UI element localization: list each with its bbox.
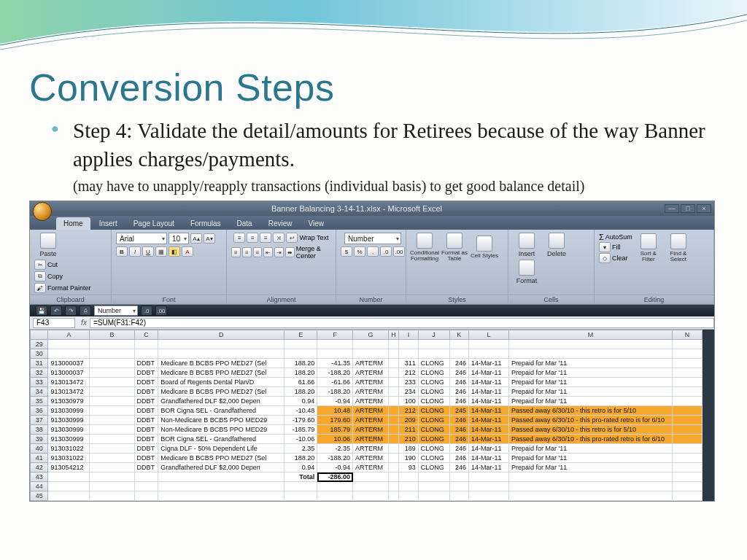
cell-M29[interactable]: [508, 340, 672, 349]
cell-K36[interactable]: 245: [449, 406, 468, 416]
align-bottom-button[interactable]: ≡: [260, 233, 271, 243]
cell-D31[interactable]: Medicare B BCBS PPO MED27 (Sel: [158, 359, 285, 368]
cell-I37[interactable]: 209: [399, 416, 418, 425]
fill-button[interactable]: ▾Fill: [599, 242, 632, 252]
align-middle-button[interactable]: ≡: [247, 233, 258, 243]
qat-save-icon[interactable]: 💾: [36, 306, 47, 316]
cell-N39[interactable]: [673, 435, 703, 444]
cell-L38[interactable]: 14-Mar-11: [468, 425, 508, 435]
cell-M39[interactable]: Passed away 6/30/10 - this pro-rated ret…: [508, 435, 672, 444]
cell-B31[interactable]: [90, 359, 134, 368]
cell-L43[interactable]: [468, 472, 508, 482]
cell-C30[interactable]: [134, 349, 158, 359]
cut-button[interactable]: ✂Cut: [34, 260, 91, 270]
cell-J41[interactable]: CLONG: [418, 454, 449, 463]
cell-A31[interactable]: 913000037: [48, 359, 90, 368]
cell-D29[interactable]: [158, 340, 285, 349]
cell-C41[interactable]: DDBT: [134, 454, 158, 463]
column-header-F[interactable]: F: [317, 330, 353, 340]
cell-B45[interactable]: [90, 491, 134, 501]
close-button[interactable]: ×: [697, 204, 711, 213]
paste-button[interactable]: Paste: [34, 233, 62, 257]
find-select-button[interactable]: Find & Select: [665, 233, 692, 262]
ribbon-tab-view[interactable]: View: [301, 217, 331, 230]
cell-E36[interactable]: -10.48: [285, 406, 317, 416]
cell-K39[interactable]: 246: [449, 435, 468, 444]
cell-G29[interactable]: [353, 340, 389, 349]
column-header-J[interactable]: J: [418, 330, 449, 340]
cell-N40[interactable]: [673, 444, 703, 454]
select-all-corner[interactable]: [31, 330, 48, 340]
cell-J30[interactable]: [418, 349, 449, 359]
cell-D37[interactable]: Non-Medicare B BCBS PPO MED29: [158, 416, 285, 425]
cell-K33[interactable]: 246: [449, 378, 468, 387]
cell-F29[interactable]: [317, 340, 353, 349]
cell-L31[interactable]: 14-Mar-11: [468, 359, 508, 368]
cell-E37[interactable]: -179.60: [285, 416, 317, 425]
cell-B36[interactable]: [90, 406, 134, 416]
underline-button[interactable]: U: [142, 246, 154, 257]
ribbon-tab-page-layout[interactable]: Page Layout: [126, 217, 182, 230]
cell-N32[interactable]: [673, 368, 703, 378]
cell-L40[interactable]: 14-Mar-11: [468, 444, 508, 454]
cell-M30[interactable]: [508, 349, 672, 359]
cell-M35[interactable]: Prepaid for Mar '11: [508, 397, 672, 406]
cell-B29[interactable]: [90, 340, 134, 349]
merge-center-button[interactable]: ⬌Merge & Center: [285, 245, 331, 260]
cell-C36[interactable]: DDBT: [134, 406, 158, 416]
minimize-button[interactable]: —: [665, 204, 679, 213]
cell-F37[interactable]: 179.60: [317, 416, 353, 425]
cell-F33[interactable]: -61.66: [317, 378, 353, 387]
row-header-37[interactable]: 37: [31, 416, 48, 425]
font-color-button[interactable]: A: [182, 246, 193, 257]
cell-B37[interactable]: [90, 416, 134, 425]
cell-I40[interactable]: 189: [399, 444, 418, 454]
cell-B39[interactable]: [90, 435, 134, 444]
cell-L41[interactable]: 14-Mar-11: [468, 454, 508, 463]
row-header-43[interactable]: 43: [31, 472, 48, 482]
cell-G41[interactable]: ARTERM: [353, 454, 389, 463]
cell-N31[interactable]: [673, 359, 703, 368]
cell-D35[interactable]: Grandfathered DLF $2,000 Depen: [158, 397, 285, 406]
cell-I45[interactable]: [399, 491, 418, 501]
align-center-button[interactable]: ≡: [242, 247, 252, 257]
cell-M31[interactable]: Prepaid for Mar '11: [508, 359, 672, 368]
cell-A42[interactable]: 913054212: [48, 463, 90, 472]
cell-G42[interactable]: ARTERM: [353, 463, 389, 472]
cell-D32[interactable]: Medicare B BCBS PPO MED27 (Sel: [158, 368, 285, 378]
border-button[interactable]: ▦: [155, 246, 167, 257]
row-header-40[interactable]: 40: [31, 444, 48, 454]
cell-L37[interactable]: 14-Mar-11: [468, 416, 508, 425]
cell-A30[interactable]: [48, 349, 90, 359]
cell-F42[interactable]: -0.94: [317, 463, 353, 472]
cell-F43[interactable]: -286.00: [317, 472, 353, 482]
cell-C38[interactable]: DDBT: [134, 425, 158, 435]
cell-E29[interactable]: [285, 340, 317, 349]
cell-N44[interactable]: [673, 482, 703, 491]
row-header-33[interactable]: 33: [31, 378, 48, 387]
cell-I30[interactable]: [399, 349, 418, 359]
cell-A35[interactable]: 913030979: [48, 397, 90, 406]
column-header-I[interactable]: I: [399, 330, 418, 340]
cell-G44[interactable]: [353, 482, 389, 491]
cell-D39[interactable]: BOR Cigna SEL - Grandfathered: [158, 435, 285, 444]
cell-F39[interactable]: 10.06: [317, 435, 353, 444]
cell-C29[interactable]: [134, 340, 158, 349]
cell-A45[interactable]: [48, 491, 90, 501]
cell-N33[interactable]: [673, 378, 703, 387]
cell-C37[interactable]: DDBT: [134, 416, 158, 425]
grow-font-button[interactable]: A▴: [190, 233, 202, 244]
cell-K30[interactable]: [449, 349, 468, 359]
cell-E38[interactable]: -185.79: [285, 425, 317, 435]
cell-H29[interactable]: [388, 340, 398, 349]
row-header-36[interactable]: 36: [31, 406, 48, 416]
cell-L42[interactable]: 14-Mar-11: [468, 463, 508, 472]
cell-A44[interactable]: [48, 482, 90, 491]
cell-I38[interactable]: 211: [399, 425, 418, 435]
cell-M32[interactable]: Prepaid for Mar '11: [508, 368, 672, 378]
cell-J33[interactable]: CLONG: [418, 378, 449, 387]
cell-F32[interactable]: -188.20: [317, 368, 353, 378]
font-size-combo[interactable]: 10: [169, 233, 189, 244]
cell-A29[interactable]: [48, 340, 90, 349]
cell-G40[interactable]: ARTERM: [353, 444, 389, 454]
